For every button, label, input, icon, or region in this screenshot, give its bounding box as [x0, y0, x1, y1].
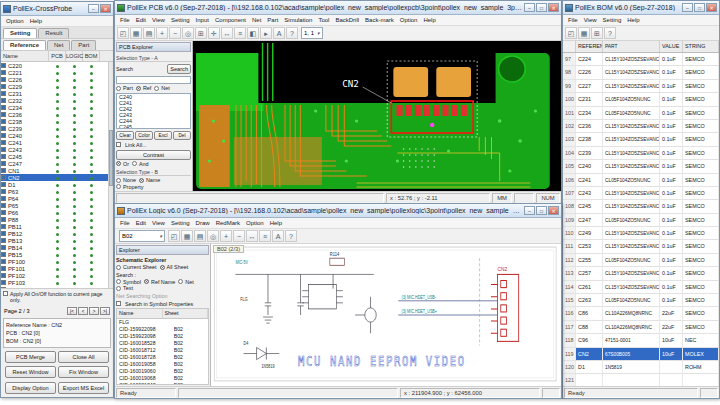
table-row[interactable]: 111 C253 CL15Y104ZO5ZSEVANC 0.1uF SEMCO	[563, 240, 719, 253]
radio-option[interactable]: Net	[154, 85, 169, 91]
table-row[interactable]: 99 C227 CL15Y104ZO5ZSEVANC 0.1uF SEMCO	[563, 80, 719, 93]
symbol-item[interactable]: CID-160018728B02	[117, 354, 208, 361]
action-button[interactable]: Display Option	[5, 382, 56, 394]
list-item[interactable]: P64	[1, 195, 108, 202]
layers-icon[interactable]: ≡	[259, 230, 271, 242]
row-checkbox[interactable]	[1, 217, 6, 222]
menu-item[interactable]: View	[149, 17, 168, 23]
row-checkbox[interactable]	[1, 287, 6, 288]
list-item[interactable]: C240	[1, 132, 108, 139]
row-checkbox[interactable]	[1, 70, 6, 75]
symbol-item[interactable]: CID-160018528B02	[117, 340, 208, 347]
menu-item[interactable]: Draw	[193, 220, 213, 226]
list-button[interactable]: Excl	[154, 131, 172, 140]
maximize-icon[interactable]: □	[536, 3, 547, 12]
list-item[interactable]: PB11	[1, 223, 108, 230]
list-item[interactable]: C238	[1, 118, 108, 125]
link-all-checkbox[interactable]	[116, 142, 121, 147]
row-checkbox[interactable]	[1, 175, 6, 180]
measure-icon[interactable]: ↔	[221, 27, 233, 39]
menu-item[interactable]: Help	[624, 17, 642, 23]
column-pcb[interactable]: PCB	[49, 51, 66, 61]
open-icon[interactable]: ◰	[565, 27, 577, 39]
minimize-icon[interactable]: –	[682, 3, 693, 12]
menu-item[interactable]: Edit	[133, 17, 149, 23]
list-button[interactable]: Del	[173, 131, 191, 140]
menu-item[interactable]: Edit	[133, 220, 149, 226]
pcb-titlebar[interactable]: PollEx PCB v6.0 (Sep-27-2018) - [\\192.1…	[115, 1, 561, 15]
list-item[interactable]: C232	[1, 97, 108, 104]
action-button[interactable]: Reset Window	[5, 366, 56, 378]
close-icon[interactable]: ✕	[100, 4, 111, 13]
table-row[interactable]: 108 C245 CL15Y104ZO5ZSEVANC 0.1uF SEMCO	[563, 200, 719, 213]
minimize-icon[interactable]: –	[88, 4, 99, 13]
list-item[interactable]: PB15	[1, 251, 108, 258]
pager-button[interactable]: <	[78, 307, 88, 315]
table-row[interactable]: 106 C241 CL05F104ZO5NUNC 0.1uF SEMCO	[563, 174, 719, 187]
menu-item[interactable]: Setting	[168, 220, 193, 226]
row-checkbox[interactable]	[1, 119, 6, 124]
list-item[interactable]: C229	[1, 83, 108, 90]
menu-item[interactable]: RedMark	[213, 220, 243, 226]
menu-item[interactable]: Simulation	[281, 17, 315, 23]
table-row[interactable]: 103 C238 CL15Y104ZO5ZSEVANC 0.1uF SEMCO	[563, 133, 719, 146]
list-item[interactable]: C241	[1, 139, 108, 146]
menu-item[interactable]: Setting	[600, 17, 625, 23]
row-checkbox[interactable]	[1, 245, 6, 250]
zoom-out-icon[interactable]: −	[233, 230, 245, 242]
menu-item[interactable]: Back-mark	[362, 17, 397, 23]
table-row[interactable]: 112 C255 CL05F104ZO5NUNC 0.1uF SEMCO	[563, 254, 719, 267]
pcb-canvas[interactable]: CN2	[193, 41, 561, 191]
table-row[interactable]: 109 C247 CL05F104ZO5NUNC 0.1uF SEMCO	[563, 214, 719, 227]
column-bom[interactable]: BOM	[83, 51, 100, 61]
table-row[interactable]: 120 D1 1N5819 ROHM	[563, 361, 719, 374]
column-string[interactable]: STRING	[683, 41, 719, 52]
menu-item[interactable]: Option	[243, 220, 267, 226]
row-checkbox[interactable]	[1, 224, 6, 229]
list-item[interactable]: CN1	[1, 167, 108, 174]
column-name[interactable]: Name	[1, 51, 49, 61]
save-icon[interactable]: ▦	[181, 230, 193, 242]
pager-button[interactable]: |<	[67, 307, 77, 315]
subtab[interactable]: Part	[71, 40, 96, 50]
radio-option[interactable]: Text	[116, 285, 133, 291]
table-row[interactable]: 97 C224 CL15Y104ZO5ZSEVANC 0.1uF SEMCO	[563, 53, 719, 66]
list-item[interactable]: PF103	[1, 279, 108, 286]
row-checkbox[interactable]	[1, 252, 6, 257]
radio-option[interactable]: Current Sheet	[116, 264, 157, 270]
zoom-fit-icon[interactable]: ◎	[182, 27, 194, 39]
symbol-item[interactable]: CID-160021842B02	[117, 382, 208, 386]
row-checkbox[interactable]	[1, 259, 6, 264]
layers-icon[interactable]: ≡	[234, 27, 246, 39]
action-button[interactable]: PCB Merge	[5, 351, 56, 363]
row-checkbox[interactable]	[1, 112, 6, 117]
radio-option[interactable]: Net	[178, 279, 193, 285]
list-item[interactable]: P66	[1, 209, 108, 216]
vertical-scrollbar[interactable]	[108, 62, 113, 288]
radio-option[interactable]: And	[132, 161, 149, 167]
symbol-item[interactable]: CID-160019068B02	[117, 375, 208, 382]
radio-option[interactable]: Property	[116, 184, 143, 190]
table-row[interactable]: 116 C86 CL10A226MQ8NRNC 22uF SEMCO	[563, 307, 719, 320]
close-icon[interactable]: ✕	[706, 3, 717, 12]
sheet-tab[interactable]: B02 (2/3)	[213, 245, 244, 253]
row-checkbox[interactable]	[1, 133, 6, 138]
list-item[interactable]: C245	[1, 153, 108, 160]
radio-option[interactable]: None	[116, 177, 136, 183]
help-icon[interactable]: ?	[286, 27, 298, 39]
menu-item[interactable]: View	[581, 17, 600, 23]
open-icon[interactable]: ◰	[117, 27, 129, 39]
component-item[interactable]: C245	[117, 124, 190, 128]
list-item[interactable]: C243	[1, 146, 108, 153]
print-icon[interactable]: ▤	[194, 230, 206, 242]
action-button[interactable]: Export MS Excel	[58, 382, 109, 394]
list-item[interactable]: PB12	[1, 230, 108, 237]
logic-titlebar[interactable]: PollEx Logic v6.0 (Sep-27-2018) - [\\192…	[115, 204, 561, 218]
action-button[interactable]: Fix Window	[58, 366, 109, 378]
symbol-item[interactable]: CID-160019058B02	[117, 361, 208, 368]
search-input[interactable]	[116, 76, 191, 84]
subtab[interactable]: Reference	[3, 40, 46, 50]
search-button[interactable]: Search	[167, 64, 191, 74]
minimize-icon[interactable]: –	[524, 3, 535, 12]
row-checkbox[interactable]	[1, 63, 6, 68]
